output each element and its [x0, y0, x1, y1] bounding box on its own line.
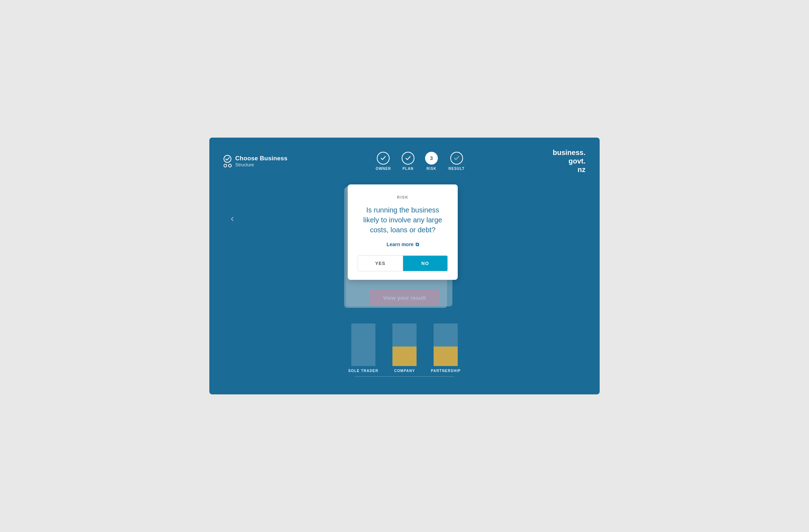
- brand-left: Choose Business Structure: [224, 155, 287, 167]
- back-arrow[interactable]: ‹: [231, 213, 234, 224]
- step-result[interactable]: RESULT: [448, 152, 464, 171]
- bar-company: [392, 323, 417, 366]
- step-owner-circle: [377, 152, 390, 165]
- bar-bg-sole-trader: [351, 323, 375, 366]
- step-owner[interactable]: OWNER: [376, 152, 391, 171]
- chart-col-partnership: PARTNERSHIP: [431, 323, 461, 373]
- card-tag: RISK: [358, 195, 448, 199]
- brand-subtitle: Structure: [235, 162, 287, 167]
- bar-fill-company: [392, 347, 417, 366]
- learn-more: Learn more ⧉: [358, 241, 448, 248]
- chart-col-sole-trader: SOLE TRADER: [348, 323, 378, 373]
- yes-button[interactable]: YES: [358, 256, 403, 271]
- answer-buttons: YES NO: [358, 255, 448, 271]
- chart-label-company: COMPANY: [394, 369, 415, 373]
- step-plan[interactable]: PLAN: [402, 152, 414, 171]
- step-risk[interactable]: 3 RISK: [425, 152, 438, 171]
- card-stack: RISK Is running the business likely to i…: [348, 184, 461, 280]
- step-plan-circle: [402, 152, 414, 165]
- check-circle-icon: [224, 155, 231, 163]
- brand-title: Choose Business: [235, 155, 287, 162]
- card-question: Is running the business likely to involv…: [358, 205, 448, 235]
- header: Choose Business Structure OWNER: [224, 148, 585, 174]
- step-result-label: RESULT: [448, 167, 464, 171]
- external-link-icon: ⧉: [415, 242, 419, 248]
- step-result-circle: [450, 152, 463, 165]
- step-owner-label: OWNER: [376, 167, 391, 171]
- chart-baseline: [355, 376, 454, 377]
- circles-icon: [224, 164, 232, 167]
- logo: business.govt.nz: [553, 148, 585, 174]
- step-risk-label: RISK: [426, 167, 436, 171]
- bar-partnership: [434, 323, 458, 366]
- card-main: RISK Is running the business likely to i…: [348, 184, 458, 280]
- brand-icon: [224, 155, 232, 167]
- chart-area: SOLE TRADER COMPANY PARTNERSHIP: [348, 323, 461, 376]
- app-container: Choose Business Structure OWNER: [209, 138, 600, 394]
- learn-more-label: Learn more: [386, 242, 413, 247]
- main-content: ‹ RISK Is running the business likely to…: [224, 184, 585, 280]
- steps-nav: OWNER PLAN 3 RISK RE: [376, 152, 465, 171]
- chart-section: SOLE TRADER COMPANY PARTNERSHIP: [224, 313, 585, 377]
- no-button[interactable]: NO: [403, 256, 448, 271]
- circle-sm-2: [228, 164, 232, 167]
- bar-sole-trader: [351, 323, 375, 366]
- step-plan-label: PLAN: [402, 167, 413, 171]
- learn-more-link[interactable]: Learn more ⧉: [386, 242, 419, 248]
- step-risk-circle: 3: [425, 152, 438, 165]
- brand-text: Choose Business Structure: [235, 155, 287, 167]
- bar-fill-partnership: [434, 347, 458, 366]
- circle-sm-1: [224, 164, 227, 167]
- chart-col-company: COMPANY: [392, 323, 417, 373]
- chart-label-sole-trader: SOLE TRADER: [348, 369, 378, 373]
- chart-label-partnership: PARTNERSHIP: [431, 369, 461, 373]
